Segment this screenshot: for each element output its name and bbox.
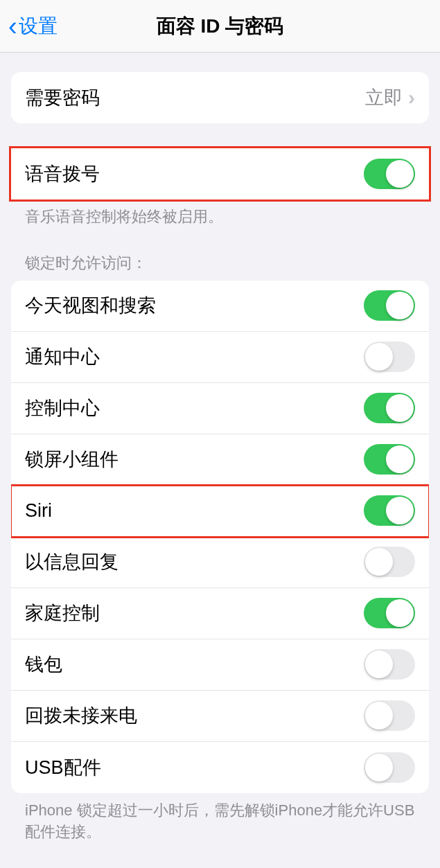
lockscreen-row-7: 钱包 [11, 639, 429, 691]
lockscreen-toggle-3[interactable] [364, 444, 415, 475]
voice-dial-group: 语音拨号 [11, 148, 429, 200]
lockscreen-label: 回拨未接来电 [25, 703, 364, 728]
chevron-left-icon: ‹ [8, 13, 17, 39]
require-passcode-value: 立即 [365, 85, 403, 110]
lockscreen-group: 今天视图和搜索通知中心控制中心锁屏小组件Siri以信息回复家庭控制钱包回拨未接来… [11, 281, 429, 793]
voice-dial-toggle[interactable] [364, 159, 415, 189]
lockscreen-toggle-9[interactable] [364, 752, 415, 783]
lockscreen-label: 锁屏小组件 [25, 447, 364, 472]
back-button[interactable]: ‹ 设置 [0, 13, 58, 39]
lockscreen-label: USB配件 [25, 755, 364, 780]
lockscreen-row-3: 锁屏小组件 [11, 434, 429, 486]
chevron-right-icon: › [408, 86, 415, 109]
lockscreen-label: 家庭控制 [25, 601, 364, 626]
voice-dial-row: 语音拨号 [11, 148, 429, 200]
lockscreen-row-9: USB配件 [11, 742, 429, 793]
lockscreen-label: 钱包 [25, 652, 364, 677]
lockscreen-label: 通知中心 [25, 344, 364, 369]
lockscreen-toggle-7[interactable] [364, 649, 415, 680]
require-passcode-label: 需要密码 [25, 85, 365, 110]
voice-dial-label: 语音拨号 [25, 161, 364, 186]
lockscreen-row-2: 控制中心 [11, 383, 429, 434]
lockscreen-row-5: 以信息回复 [11, 537, 429, 588]
lockscreen-toggle-6[interactable] [364, 598, 415, 628]
lockscreen-label: 控制中心 [25, 396, 364, 420]
lockscreen-row-6: 家庭控制 [11, 588, 429, 639]
lockscreen-footer: iPhone 锁定超过一小时后，需先解锁iPhone才能允许USB配件连接。 [11, 793, 429, 843]
back-label: 设置 [19, 13, 58, 39]
lockscreen-header: 锁定时允许访问： [11, 253, 429, 281]
lockscreen-toggle-0[interactable] [364, 290, 415, 321]
voice-dial-footer: 音乐语音控制将始终被启用。 [11, 200, 429, 228]
lockscreen-row-8: 回拨未接来电 [11, 691, 429, 742]
lockscreen-row-1: 通知中心 [11, 332, 429, 383]
lockscreen-toggle-5[interactable] [364, 547, 415, 577]
lockscreen-label: 以信息回复 [25, 549, 364, 574]
lockscreen-toggle-4[interactable] [364, 495, 415, 526]
lockscreen-toggle-8[interactable] [364, 700, 415, 731]
lockscreen-label: Siri [25, 500, 364, 522]
lockscreen-row-0: 今天视图和搜索 [11, 281, 429, 332]
lockscreen-row-4: Siri [11, 486, 429, 537]
page-title: 面容 ID 与密码 [157, 13, 284, 39]
navigation-bar: ‹ 设置 面容 ID 与密码 [0, 0, 440, 53]
lockscreen-toggle-2[interactable] [364, 393, 415, 423]
lockscreen-toggle-1[interactable] [364, 342, 415, 372]
require-passcode-row[interactable]: 需要密码 立即 › [11, 72, 429, 123]
lockscreen-label: 今天视图和搜索 [25, 293, 364, 318]
